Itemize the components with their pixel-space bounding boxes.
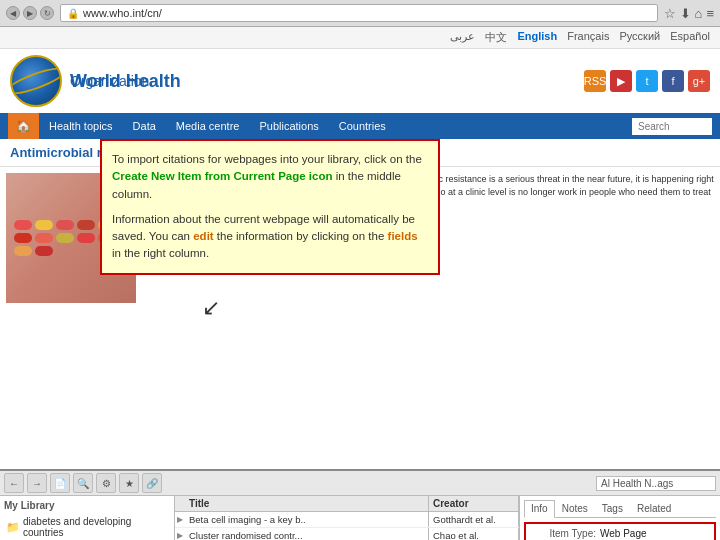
tooltip-text2: Information about the current webpage wi…: [112, 211, 428, 263]
home-icon[interactable]: ⌂: [695, 6, 703, 21]
zlist-col-title-header: Title: [185, 496, 429, 511]
browser-controls: ◀ ▶ ↻: [6, 6, 54, 20]
zotero-list: Title Creator ▶ Beta cell imaging - a ke…: [175, 496, 520, 540]
nav-media-centre[interactable]: Media centre: [166, 114, 250, 138]
nav-countries[interactable]: Countries: [329, 114, 396, 138]
tooltip-text1-before: To import citations for webpages into yo…: [112, 153, 422, 165]
address-bar[interactable]: 🔒 www.who.int/cn/: [60, 4, 658, 22]
nav-data[interactable]: Data: [123, 114, 166, 138]
who-globe-icon: [10, 55, 62, 107]
zotero-link-button[interactable]: 🔗: [142, 473, 162, 493]
lang-french[interactable]: Français: [567, 30, 609, 45]
zotero-back-button[interactable]: ←: [4, 473, 24, 493]
zotero-library-title: My Library: [4, 500, 170, 511]
zlist-header: Title Creator: [175, 496, 519, 512]
tab-info[interactable]: Info: [524, 500, 555, 518]
facebook-button[interactable]: f: [662, 70, 684, 92]
zotero-sidebar: My Library 📁 diabetes and developing cou…: [0, 496, 175, 540]
zright-tabs: Info Notes Tags Related: [524, 500, 716, 518]
lang-arabic[interactable]: عربى: [450, 30, 475, 45]
zlist-expand-icon: ▶: [175, 528, 185, 540]
zlist-col-creator-header: Creator: [429, 496, 519, 511]
zotero-toolbar: ← → 📄 🔍 ⚙ ★ 🔗: [0, 471, 720, 496]
zotero-find-button[interactable]: 🔍: [73, 473, 93, 493]
url-text: www.who.int/cn/: [83, 7, 162, 19]
zotero-main: My Library 📁 diabetes and developing cou…: [0, 496, 720, 540]
zlibrary-item-label: diabetes and developing countries: [23, 516, 168, 538]
tooltip-highlight1: Create New Item from Current Page icon: [112, 170, 332, 182]
youtube-button[interactable]: ▶: [610, 70, 632, 92]
zotero-star-button[interactable]: ★: [119, 473, 139, 493]
zlibrary-item-diabetes[interactable]: 📁 diabetes and developing countries: [4, 514, 170, 540]
tooltip-text2-end: in the right column.: [112, 247, 209, 259]
tooltip-overlay: To import citations for webpages into yo…: [100, 139, 440, 275]
zotero-panel: ← → 📄 🔍 ⚙ ★ 🔗 My Library 📁 diabetes and …: [0, 469, 720, 540]
who-article: Antimicrobial resistance: a serious thre…: [0, 139, 720, 469]
browser-chrome: ◀ ▶ ↻ 🔒 www.who.int/cn/ ☆ ⬇ ⌂ ≡: [0, 0, 720, 27]
zfield-label: Item Type:: [530, 528, 600, 539]
menu-icon[interactable]: ≡: [706, 6, 714, 21]
tab-related[interactable]: Related: [630, 500, 678, 517]
lang-english[interactable]: English: [517, 30, 557, 45]
zotero-right-panel: Info Notes Tags Related Item Type: Web P…: [520, 496, 720, 540]
zlist-row[interactable]: ▶ Beta cell imaging - a key b.. Gotthard…: [175, 512, 519, 528]
zlist-creator: Gotthardt et al.: [429, 512, 519, 527]
rss-button[interactable]: RSS: [584, 70, 606, 92]
zotero-tag-input[interactable]: [596, 476, 716, 491]
social-links: RSS ▶ t f g+: [584, 70, 710, 92]
googleplus-button[interactable]: g+: [688, 70, 710, 92]
tab-tags[interactable]: Tags: [595, 500, 630, 517]
zotero-settings-button[interactable]: ⚙: [96, 473, 116, 493]
nav-publications[interactable]: Publications: [249, 114, 328, 138]
zlist-title: Beta cell imaging - a key b..: [185, 512, 429, 527]
back-button[interactable]: ◀: [6, 6, 20, 20]
browser-icons: ☆ ⬇ ⌂ ≡: [664, 6, 714, 21]
zlist-creator: Chao et al.: [429, 528, 519, 540]
tab-notes[interactable]: Notes: [555, 500, 595, 517]
tooltip-fields-link: fields: [388, 230, 418, 242]
who-website: عربى 中文 English Français Русский Español…: [0, 27, 720, 469]
main-content: Antimicrobial resistance: a serious thre…: [0, 139, 720, 469]
tooltip-text1: To import citations for webpages into yo…: [112, 151, 428, 203]
who-header: World Health Organization RSS ▶ t f g+: [0, 49, 720, 113]
forward-button[interactable]: ▶: [23, 6, 37, 20]
zlist-title: Cluster randomised contr...: [185, 528, 429, 540]
tooltip-edit-link: edit: [193, 230, 213, 242]
nav-health-topics[interactable]: Health topics: [39, 114, 123, 138]
zlist-row[interactable]: ▶ Cluster randomised contr... Chao et al…: [175, 528, 519, 540]
nav-home[interactable]: 🏠: [8, 113, 39, 139]
zotero-forward-button[interactable]: →: [27, 473, 47, 493]
download-icon[interactable]: ⬇: [680, 6, 691, 21]
folder-icon: 📁: [6, 521, 20, 534]
refresh-button[interactable]: ↻: [40, 6, 54, 20]
zfield-value[interactable]: Web Page: [600, 528, 710, 539]
who-nav: 🏠 Health topics Data Media centre Public…: [0, 113, 720, 139]
lang-spanish[interactable]: Español: [670, 30, 710, 45]
bookmark-icon[interactable]: ☆: [664, 6, 676, 21]
zotero-new-item-button[interactable]: 📄: [50, 473, 70, 493]
zlist-expand-icon: ▶: [175, 512, 185, 527]
twitter-button[interactable]: t: [636, 70, 658, 92]
language-bar: عربى 中文 English Français Русский Español: [0, 27, 720, 49]
lang-chinese[interactable]: 中文: [485, 30, 507, 45]
zfield-item-type: Item Type: Web Page: [530, 528, 710, 539]
lang-russian[interactable]: Русский: [619, 30, 660, 45]
zright-fields-border: Item Type: Web Page Title: WHO | World H…: [524, 522, 716, 540]
nav-search-input[interactable]: [632, 118, 712, 135]
tooltip-text2-mid: the information by clicking on the: [214, 230, 388, 242]
who-logo: World Health Organization: [10, 55, 181, 107]
